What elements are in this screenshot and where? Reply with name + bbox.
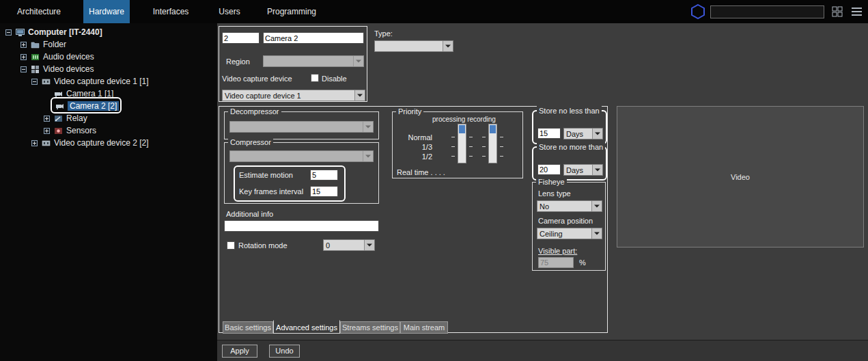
compressor-label: Compressor <box>228 137 273 148</box>
rotation-mode-dropdown[interactable]: 0 <box>323 239 375 251</box>
camera-position-label: Camera position <box>538 217 593 225</box>
menu-icon[interactable] <box>851 6 863 20</box>
tree-item-camera-2[interactable]: Camera 2 [2] <box>55 100 119 112</box>
sensors-icon <box>53 126 63 135</box>
key-frames-interval-label: Key frames interval <box>239 187 303 196</box>
priority-row-one-half-label: 1/2 <box>393 152 432 161</box>
tab-basic-settings[interactable]: Basic settings <box>223 321 273 334</box>
tab-hardware[interactable]: Hardware <box>83 0 130 23</box>
estimate-motion-field[interactable] <box>310 170 338 180</box>
chevron-down-icon <box>363 151 373 161</box>
tree-item-label: Video capture device 2 [2] <box>54 138 149 148</box>
store-no-more-than-unit-dropdown[interactable]: Days <box>563 164 603 176</box>
region-dropdown[interactable] <box>263 55 364 67</box>
tree-item-label: Camera 2 [2] <box>68 101 119 111</box>
disable-label: Disable <box>322 75 347 83</box>
slider-tick <box>482 137 486 137</box>
tree-item-label: Computer [IT-2440] <box>28 27 102 37</box>
tab-main-stream[interactable]: Main stream <box>400 321 448 334</box>
priority-row-one-third-label: 1/3 <box>393 143 432 151</box>
priority-label: Priority <box>396 107 423 117</box>
lens-type-value: No <box>537 202 591 211</box>
video-preview-panel: Video <box>617 106 864 248</box>
slider-tick <box>500 137 503 137</box>
decompressor-dropdown[interactable] <box>229 121 374 133</box>
recording-priority-slider-thumb[interactable] <box>490 125 496 133</box>
tree-item-folder[interactable]: Folder <box>20 38 66 51</box>
slider-tick <box>469 137 473 137</box>
tab-programming[interactable]: Programming <box>265 0 318 23</box>
processing-priority-slider[interactable] <box>458 124 466 163</box>
recording-priority-slider[interactable] <box>488 124 497 163</box>
tree-item-sensors[interactable]: Sensors <box>44 124 96 137</box>
compressor-dropdown[interactable] <box>229 150 374 162</box>
tree-item-computer[interactable]: Computer [IT-2440] <box>5 26 102 38</box>
disable-checkbox[interactable] <box>311 74 319 82</box>
camera-id-field[interactable] <box>222 32 260 44</box>
store-no-more-than-unit: Days <box>564 166 592 174</box>
apply-button[interactable]: Apply <box>222 345 257 358</box>
expand-icon[interactable] <box>20 54 27 60</box>
key-frames-interval-field[interactable] <box>310 186 338 197</box>
additional-info-field[interactable] <box>224 220 379 232</box>
undo-button[interactable]: Undo <box>269 345 300 358</box>
tree-item-video-devices[interactable]: Video devices <box>20 63 94 75</box>
tab-streams-settings[interactable]: Streams settings <box>340 321 400 334</box>
priority-row-normal-label: Normal <box>393 133 432 142</box>
tab-advanced-settings[interactable]: Advanced settings <box>273 320 340 334</box>
region-label: Region <box>226 57 250 66</box>
chevron-down-icon <box>591 228 602 239</box>
chevron-down-icon <box>364 240 374 250</box>
expand-icon[interactable] <box>44 128 50 134</box>
tree-item-video-capture-device-2[interactable]: Video capture device 2 [2] <box>31 137 149 149</box>
expand-icon[interactable] <box>44 116 50 122</box>
grid-view-icon[interactable] <box>832 6 843 20</box>
expand-icon[interactable] <box>20 42 27 48</box>
advanced-settings-panel: Decompressor Compressor Estimate motion … <box>219 106 608 333</box>
tab-interfaces[interactable]: Interfaces <box>149 0 193 23</box>
chevron-down-icon <box>591 201 602 211</box>
store-no-less-than-field[interactable] <box>537 128 561 139</box>
capture-device-dropdown[interactable]: Video capture device 1 <box>222 90 365 101</box>
store-no-less-than-unit-dropdown[interactable]: Days <box>563 128 603 139</box>
capture-device-value: Video capture device 1 <box>223 92 354 100</box>
processing-priority-slider-thumb[interactable] <box>459 125 465 133</box>
relay-icon <box>53 113 63 123</box>
tree-item-relay[interactable]: Relay <box>44 112 87 124</box>
chevron-down-icon <box>363 122 373 132</box>
tab-architecture[interactable]: Architecture <box>14 0 64 23</box>
collapse-icon[interactable] <box>20 66 27 72</box>
tree-item-video-capture-device-1[interactable]: Video capture device 1 [1] <box>31 75 149 88</box>
store-no-less-than-group: Store no less than Days <box>532 110 607 144</box>
audio-devices-icon <box>30 52 40 62</box>
real-time-label: Real time . . . . <box>397 168 445 176</box>
tab-users[interactable]: Users <box>213 0 246 23</box>
tree-item-label: Folder <box>43 40 66 49</box>
tree-item-camera-1[interactable]: Camera 1 [1] <box>53 88 113 100</box>
capture-device-icon <box>41 138 51 148</box>
compressor-group: Compressor Estimate motion Key frames in… <box>224 142 379 204</box>
collapse-icon[interactable] <box>31 79 38 85</box>
device-tree-panel: Computer [IT-2440] Folder Audio devices … <box>0 23 217 361</box>
camera-name-field[interactable] <box>263 32 364 44</box>
fisheye-label: Fisheye <box>536 177 567 187</box>
search-input[interactable] <box>710 5 824 18</box>
lens-type-dropdown[interactable]: No <box>537 200 602 212</box>
store-no-more-than-field[interactable] <box>537 164 561 175</box>
tree-item-label: Video capture device 1 [1] <box>54 77 149 86</box>
slider-tick <box>500 156 503 157</box>
footer-bar: Apply Undo <box>217 340 868 361</box>
slider-tick <box>482 146 486 147</box>
slider-tick <box>482 156 486 157</box>
type-dropdown[interactable] <box>374 40 453 52</box>
camera-identity-box: Region Video capture device Disable Vide… <box>219 26 367 102</box>
expand-icon[interactable] <box>31 140 38 146</box>
chevron-down-icon <box>592 165 602 175</box>
rotation-mode-checkbox[interactable] <box>227 241 235 250</box>
slider-tick <box>451 156 455 157</box>
slider-tick <box>469 146 473 147</box>
collapse-icon[interactable] <box>5 29 12 36</box>
tree-item-audio-devices[interactable]: Audio devices <box>20 51 94 63</box>
visible-part-field[interactable] <box>538 257 574 268</box>
camera-position-dropdown[interactable]: Ceiling <box>537 228 602 239</box>
